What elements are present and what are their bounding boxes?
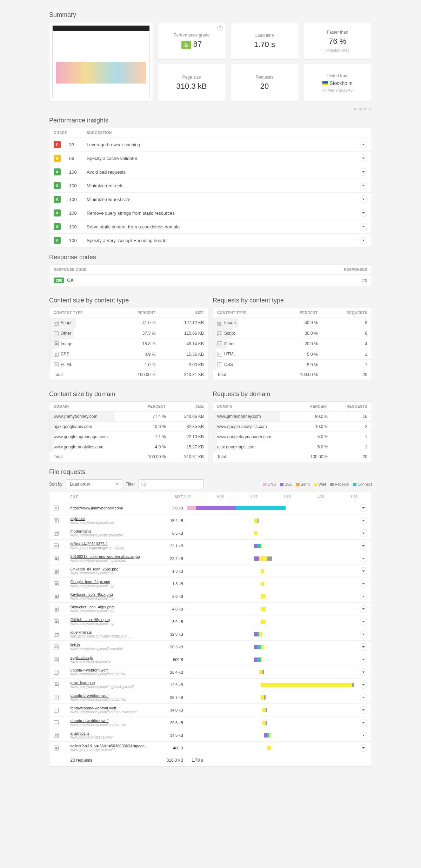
type-icon: ▣ xyxy=(217,321,222,326)
insights-table: Grade Suggestion F 33 Leverage browser c… xyxy=(49,128,372,247)
metric-faster-than: Faster than 76 % of tested sites xyxy=(303,22,372,60)
timeline-tick: 0.6s xyxy=(250,495,258,498)
insight-row[interactable]: D 66 Specify a cache validator xyxy=(49,152,372,165)
file-link[interactable]: ubuntu-ri-webfont.woff xyxy=(71,719,155,723)
expand-icon[interactable] xyxy=(360,618,367,626)
file-link[interactable]: Bitbucket_Icon_48px.png xyxy=(71,605,155,609)
expand-icon[interactable] xyxy=(360,223,367,231)
expand-icon[interactable] xyxy=(360,719,367,727)
expand-icon[interactable] xyxy=(360,643,367,651)
expand-icon[interactable] xyxy=(360,236,367,244)
file-link[interactable]: fontawesome-webfont.woff xyxy=(71,706,155,710)
table-row: JSScript 30.0 %6 xyxy=(213,328,372,339)
expand-icon[interactable] xyxy=(360,168,367,176)
file-link[interactable]: https://www.jimmybonney.com/ xyxy=(71,506,155,510)
file-path: www.jimmybonney.com/font/ubuntu/ xyxy=(71,672,155,676)
filter-input[interactable] xyxy=(139,479,204,489)
expand-icon[interactable] xyxy=(360,593,367,600)
file-link[interactable]: LinkedIn_IN_Icon_25px.png xyxy=(71,567,155,571)
waterfall-bar xyxy=(187,541,354,550)
expand-icon[interactable] xyxy=(360,681,367,689)
waterfall-bar xyxy=(187,706,354,715)
expand-icon[interactable] xyxy=(360,630,367,638)
table-row: <>HTML 1.0 %3.03 KB xyxy=(49,360,208,370)
expand-icon[interactable] xyxy=(360,694,367,701)
expand-icon[interactable] xyxy=(360,744,367,752)
expand-icon[interactable] xyxy=(360,529,367,537)
expand-icon[interactable] xyxy=(360,668,367,676)
expand-icon[interactable] xyxy=(360,580,367,588)
file-type-icon: ▣ xyxy=(54,581,59,586)
file-row: JS jquery.min.jsajax.googleapis.com/ajax… xyxy=(49,628,372,641)
file-row: □ ubuntu-ri-webfont.woffwww.jimmybonney.… xyxy=(49,716,372,729)
insight-row[interactable]: A 100 Minimize redirects xyxy=(49,179,372,193)
file-path: www.jimmybonney.com/img/ xyxy=(71,622,155,626)
file-link[interactable]: GitHub_Icon_48px.png xyxy=(71,617,155,622)
size-type-heading: Content size by content type xyxy=(49,297,208,304)
file-link[interactable]: 20180212_childrens-wooden-abacus.jpg xyxy=(71,554,155,559)
file-link[interactable]: modernizr.js xyxy=(71,529,155,533)
file-path: www.jimmybonney.com/js/vendor/ xyxy=(71,647,155,651)
file-row: ▣ gray_jean.pngwww.jimmybonney.com/img/b… xyxy=(49,679,372,691)
file-path: www.google-analytics.com/r/ xyxy=(71,748,155,752)
insight-row[interactable]: A 100 Avoid bad requests xyxy=(49,165,372,179)
expand-icon[interactable] xyxy=(360,555,367,562)
expand-icon[interactable] xyxy=(360,141,367,148)
file-type-icon: JS xyxy=(54,531,59,536)
expand-icon[interactable] xyxy=(360,605,367,613)
grade-badge: A xyxy=(54,196,61,203)
file-link[interactable]: link.js xyxy=(71,643,155,647)
help-icon[interactable]: ? xyxy=(217,25,223,31)
type-icon: {} xyxy=(54,352,59,357)
waterfall-bar xyxy=(187,668,354,677)
file-row: ▣ Keybase_Icon_48px.pngwww.jimmybonney.c… xyxy=(49,590,372,603)
expand-icon[interactable] xyxy=(360,195,367,203)
insight-row[interactable]: A 100 Minimize request size xyxy=(49,193,372,206)
file-type-icon: ▣ xyxy=(54,682,59,687)
file-row: ▣ GitHub_Icon_48px.pngwww.jimmybonney.co… xyxy=(49,615,372,628)
legend-item: Receive xyxy=(330,482,349,486)
expand-icon[interactable] xyxy=(360,656,367,663)
insight-row[interactable]: A 100 Specify a Vary: Accept-Encoding he… xyxy=(49,234,372,247)
expand-icon[interactable] xyxy=(360,517,367,525)
type-icon: <> xyxy=(54,362,59,367)
file-path: www.googletagmanager.com/gtag/ xyxy=(71,546,155,550)
metric-requests: Requests 20 xyxy=(230,64,299,101)
file-row: ▣ Bitbucket_Icon_48px.pngwww.jimmybonney… xyxy=(49,603,372,615)
file-link[interactable]: application.js xyxy=(71,655,155,660)
waterfall-bar xyxy=(187,554,354,563)
expand-icon[interactable] xyxy=(360,567,367,575)
file-type-icon: □ xyxy=(54,695,59,700)
req-type-heading: Requests by content type xyxy=(213,297,372,304)
file-row: ▣ LinkedIn_IN_Icon_25px.pngwww.jimmybonn… xyxy=(49,565,372,577)
expand-icon[interactable] xyxy=(360,182,367,189)
expand-icon[interactable] xyxy=(360,706,367,714)
file-link[interactable]: js?id=UA-29113377-1 xyxy=(71,542,155,546)
expand-icon[interactable] xyxy=(360,504,367,512)
sort-select[interactable]: Load order xyxy=(66,479,122,489)
expand-icon[interactable] xyxy=(360,732,367,739)
file-link[interactable]: Google_Icon_24px.png xyxy=(71,580,155,584)
file-row: JS analytics.jswww.google-analytics.com/… xyxy=(49,729,372,742)
file-link[interactable]: Keybase_Icon_48px.png xyxy=(71,592,155,596)
type-icon: □ xyxy=(217,341,222,346)
type-icon: □ xyxy=(54,331,59,336)
file-path: www.jimmybonney.com/img/ xyxy=(71,596,155,600)
waterfall-bar xyxy=(187,655,354,664)
expand-icon[interactable] xyxy=(360,154,367,162)
file-link[interactable]: jquery.min.js xyxy=(71,630,155,634)
expand-icon[interactable] xyxy=(360,542,367,550)
file-link[interactable]: ubuntu-b-webfont.woff xyxy=(71,693,155,697)
insight-row[interactable]: A 100 Serve static content from a cookie… xyxy=(49,220,372,234)
table-row: JSScript 41.0 %127.12 KB xyxy=(49,318,208,328)
file-link[interactable]: collect?v=1&_v=j66&a=503800362&t=page… xyxy=(71,744,155,748)
insight-row[interactable]: A 100 Remove query strings from static r… xyxy=(49,206,372,220)
insight-row[interactable]: F 33 Leverage browser caching xyxy=(49,138,372,152)
file-link[interactable]: analytics.js xyxy=(71,731,155,735)
file-link[interactable]: ubuntu-r-webfont.woff xyxy=(71,668,155,672)
waterfall-bar xyxy=(187,567,354,576)
expand-icon[interactable] xyxy=(360,209,367,217)
file-link[interactable]: gray_jean.png xyxy=(71,681,155,685)
file-link[interactable]: style.css xyxy=(71,516,155,521)
metric-tested-from: Tested from Stockholm on Mar 9 at 21:45 xyxy=(303,64,372,101)
